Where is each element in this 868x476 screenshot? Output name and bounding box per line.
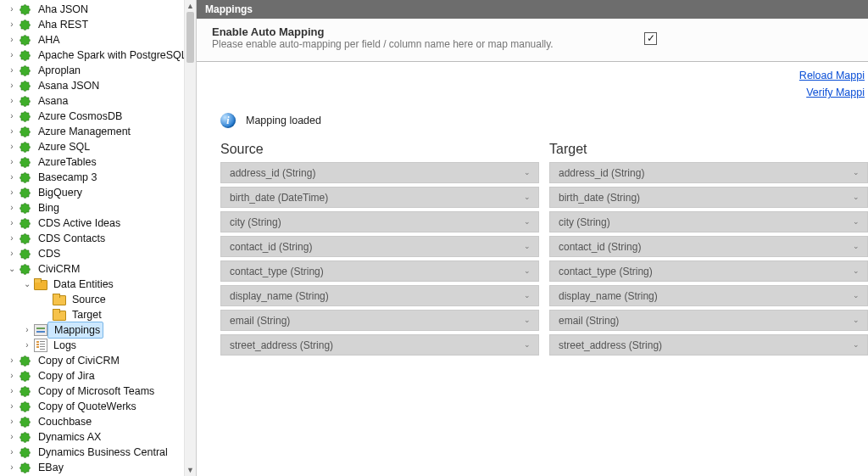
tree-item[interactable]: › Aha REST [2, 17, 196, 32]
tree-item[interactable]: › Bing [2, 200, 196, 216]
field-value: contact_type (String) [230, 266, 324, 277]
tree-item[interactable]: › Aproplan [2, 63, 196, 78]
scroll-thumb[interactable] [186, 12, 194, 63]
source-field-dropdown[interactable]: display_name (String)⌄ [220, 285, 539, 306]
tree-item[interactable]: › Copy of Jira [2, 368, 196, 384]
chevron-right-icon[interactable]: › [7, 445, 17, 460]
puzzle-icon [19, 415, 32, 428]
tree-item[interactable]: › AHA [2, 32, 196, 48]
tree-item[interactable]: › Copy of Microsoft Teams [2, 384, 196, 399]
source-field-dropdown[interactable]: email (String)⌄ [220, 310, 539, 331]
source-field-dropdown[interactable]: birth_date (DateTime)⌄ [220, 187, 539, 208]
puzzle-icon [19, 430, 32, 444]
chevron-right-icon[interactable]: › [7, 460, 17, 475]
chevron-right-icon[interactable]: › [7, 124, 17, 139]
tree-item[interactable]: › Azure CosmosDB [2, 109, 196, 124]
tree-item-label: Copy of Microsoft Teams [38, 385, 154, 397]
chevron-right-icon[interactable]: › [7, 32, 17, 48]
target-field-dropdown[interactable]: email (String)⌄ [549, 310, 868, 331]
tree-item[interactable]: › Azure SQL [2, 139, 196, 154]
field-value: address_id (String) [230, 167, 315, 179]
tree-item[interactable]: › AzureTables [2, 154, 196, 170]
source-field-dropdown[interactable]: city (String)⌄ [220, 211, 539, 232]
tree-item[interactable]: › EBay [2, 460, 196, 475]
chevron-right-icon[interactable]: › [7, 48, 17, 63]
source-field-dropdown[interactable]: contact_id (String)⌄ [220, 236, 539, 257]
chevron-right-icon[interactable]: › [7, 170, 17, 185]
chevron-right-icon[interactable]: › [7, 216, 17, 231]
tree-item[interactable]: Target [2, 307, 196, 322]
target-field-dropdown[interactable]: contact_id (String)⌄ [549, 236, 868, 257]
tree-item[interactable]: ⌄Data Entities [2, 277, 196, 292]
tree-item-label: Bing [38, 202, 59, 214]
tree-item[interactable]: › Asana JSON [2, 78, 196, 93]
chevron-right-icon[interactable]: › [22, 322, 32, 338]
target-field-dropdown[interactable]: display_name (String)⌄ [549, 285, 868, 306]
reload-mapping-link[interactable]: Reload Mappi [197, 67, 865, 84]
tree-item[interactable]: › Basecamp 3 [2, 170, 196, 185]
chevron-right-icon[interactable]: › [7, 399, 17, 414]
tree-item[interactable]: Source [2, 292, 196, 307]
puzzle-icon [19, 3, 32, 16]
chevron-right-icon[interactable]: › [7, 78, 17, 93]
chevron-right-icon[interactable]: › [7, 368, 17, 384]
tree-item[interactable]: › CDS Contacts [2, 231, 196, 246]
tree-item[interactable]: › CDS [2, 246, 196, 261]
tree-item[interactable]: › Apache Spark with PostgreSQL [2, 48, 196, 63]
chevron-right-icon[interactable]: › [7, 246, 17, 261]
chevron-right-icon[interactable]: › [22, 338, 32, 353]
tree-item-label: Apache Spark with PostgreSQL [38, 49, 187, 61]
scroll-down-icon[interactable]: ▼ [185, 464, 196, 476]
chevron-right-icon[interactable]: › [7, 109, 17, 124]
chevron-right-icon[interactable]: › [7, 185, 17, 200]
chevron-right-icon[interactable]: › [7, 2, 17, 17]
chevron-down-icon[interactable]: ⌄ [22, 277, 32, 292]
auto-mapping-checkbox[interactable] [644, 32, 657, 45]
chevron-right-icon[interactable]: › [7, 353, 17, 368]
chevron-right-icon[interactable]: › [7, 384, 17, 399]
verify-mapping-link[interactable]: Verify Mappi [197, 84, 865, 101]
target-field-dropdown[interactable]: contact_type (String)⌄ [549, 260, 868, 282]
target-field-dropdown[interactable]: street_address (String)⌄ [549, 334, 868, 356]
chevron-right-icon[interactable]: › [7, 139, 17, 154]
field-value: email (String) [230, 315, 290, 327]
tree-item[interactable]: ›Logs [2, 338, 196, 353]
tree-item[interactable]: › Couchbase [2, 414, 196, 429]
chevron-right-icon[interactable]: › [7, 93, 17, 109]
chevron-down-icon: ⌄ [849, 335, 864, 355]
chevron-down-icon: ⌄ [520, 188, 535, 207]
chevron-right-icon[interactable]: › [7, 231, 17, 246]
tree-item[interactable]: › Copy of QuoteWerks [2, 399, 196, 414]
tree-item-label: Couchbase [38, 416, 92, 428]
target-field-dropdown[interactable]: birth_date (String)⌄ [549, 187, 868, 208]
source-field-dropdown[interactable]: street_address (String)⌄ [220, 334, 539, 356]
tree-item-label: AHA [38, 34, 60, 46]
tree-item[interactable]: › BigQuery [2, 185, 196, 200]
source-field-dropdown[interactable]: contact_type (String)⌄ [220, 260, 539, 282]
tree-item[interactable]: ⌄ CiviCRM [2, 261, 196, 277]
tree-item[interactable]: › Aha JSON [2, 2, 196, 17]
chevron-right-icon[interactable]: › [7, 154, 17, 170]
chevron-down-icon[interactable]: ⌄ [7, 261, 17, 277]
scroll-up-icon[interactable]: ▲ [185, 0, 196, 12]
chevron-right-icon[interactable]: › [7, 414, 17, 429]
tree-item[interactable]: › Copy of CiviCRM [2, 353, 196, 368]
field-value: city (String) [230, 216, 281, 228]
source-field-dropdown[interactable]: address_id (String)⌄ [220, 162, 539, 183]
chevron-right-icon[interactable]: › [7, 63, 17, 78]
tree-item[interactable]: › Dynamics AX [2, 429, 196, 445]
sidebar-scrollbar[interactable]: ▲ ▼ [184, 0, 196, 476]
tree-item[interactable]: ›Mappings [2, 322, 196, 338]
tree-item-label: Azure SQL [38, 141, 90, 153]
tree-item[interactable]: › Azure Management [2, 124, 196, 139]
tree-item[interactable]: › CDS Active Ideas [2, 216, 196, 231]
tree-item-label: Aproplan [38, 64, 81, 76]
field-value: contact_type (String) [559, 266, 653, 277]
tree-item[interactable]: › Asana [2, 93, 196, 109]
tree-item[interactable]: › Dynamics Business Central [2, 445, 196, 460]
chevron-right-icon[interactable]: › [7, 429, 17, 445]
chevron-right-icon[interactable]: › [7, 200, 17, 216]
target-field-dropdown[interactable]: address_id (String)⌄ [549, 162, 868, 183]
chevron-right-icon[interactable]: › [7, 17, 17, 32]
target-field-dropdown[interactable]: city (String)⌄ [549, 211, 868, 232]
